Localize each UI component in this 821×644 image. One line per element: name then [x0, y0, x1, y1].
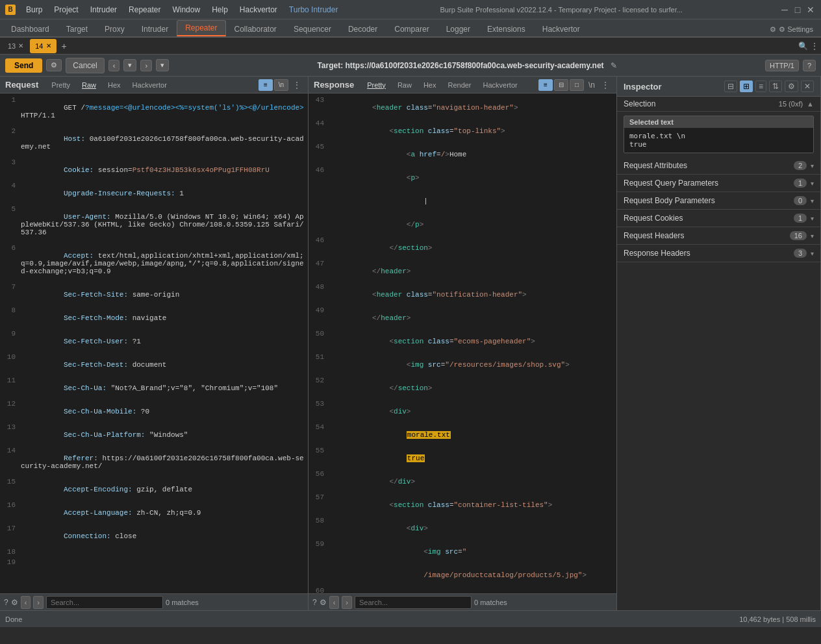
inspector-section-header-cookies[interactable]: Request Cookies 1 ▾	[617, 210, 820, 227]
inspector-sort-btn[interactable]: ⇅	[769, 80, 782, 92]
inspector-close-btn[interactable]: ✕	[801, 80, 814, 92]
request-tab-raw[interactable]: Raw	[77, 80, 101, 90]
response-search-input[interactable]	[355, 596, 472, 609]
nav-tab-sequencer[interactable]: Sequencer	[285, 21, 340, 36]
response-panel: Response Pretty Raw Hex Render Hackverto…	[309, 77, 617, 610]
response-code-area[interactable]: 43 <header class="navigation-header"> 44…	[309, 93, 616, 593]
response-search-next[interactable]: ›	[342, 596, 352, 609]
help-button[interactable]: ?	[803, 60, 816, 71]
settings-icon-button[interactable]: ⚙	[46, 59, 62, 71]
request-line-9: 9 Sec-Fetch-User: ?1	[0, 330, 308, 353]
inspector-view-btn-2[interactable]: ⊞	[740, 80, 753, 92]
nav-tab-repeater[interactable]: Repeater	[177, 20, 225, 36]
tab-14-close[interactable]: ✕	[46, 42, 51, 49]
tab-13-close[interactable]: ✕	[18, 42, 23, 49]
menu-help[interactable]: Help	[207, 4, 233, 16]
request-tab-pretty[interactable]: Pretty	[46, 80, 75, 90]
maximize-button[interactable]: □	[792, 5, 803, 15]
edit-target-icon[interactable]: ✎	[611, 61, 617, 70]
target-url: Target: https://0a6100f2031e2026c16758f8…	[173, 61, 761, 70]
inspector-section-header-response-headers[interactable]: Response Headers 3 ▾	[617, 245, 820, 262]
request-panel-header: Request Pretty Raw Hex Hackvertor ≡ \n ⋮	[0, 77, 308, 93]
request-search-help-icon[interactable]: ?	[4, 598, 8, 607]
menu-burp[interactable]: Burp	[21, 4, 47, 16]
request-tab-hackvertor[interactable]: Hackvertor	[127, 80, 172, 90]
response-view-split[interactable]: ⊟	[554, 79, 568, 91]
response-view-buttons: ≡ ⊟ □	[538, 79, 584, 91]
response-tab-hex[interactable]: Hex	[418, 80, 442, 90]
menu-turbointruder[interactable]: Turbo Intruder	[284, 4, 344, 16]
response-line-46b: 46 </section>	[309, 236, 616, 260]
request-more-button[interactable]: ⋮	[291, 80, 303, 90]
tab-13[interactable]: 13 ✕	[3, 39, 29, 53]
nav-tab-logger[interactable]: Logger	[438, 21, 479, 36]
minimize-button[interactable]: ─	[779, 5, 790, 15]
response-more-button[interactable]: ⋮	[600, 80, 611, 90]
add-tab-button[interactable]: +	[58, 40, 71, 53]
nav-tab-comparer[interactable]: Comparer	[386, 21, 437, 36]
selection-chevron-icon[interactable]: ▲	[807, 100, 814, 108]
nav-tab-intruder[interactable]: Intruder	[133, 21, 177, 36]
nav-tab-decoder[interactable]: Decoder	[340, 21, 386, 36]
menu-repeater[interactable]: Repeater	[123, 4, 166, 16]
request-line-11: 11 Sec-Ch-Ua: "Not?A_Brand";v="8", "Chro…	[0, 377, 308, 400]
send-button[interactable]: Send	[5, 58, 42, 73]
prev-dropdown[interactable]: ▾	[123, 59, 136, 71]
response-view-single[interactable]: □	[570, 79, 584, 91]
response-view-wrap[interactable]: ≡	[538, 79, 553, 91]
request-line-16: 16 Accept-Language: zh-CN, zh;q=0.9	[0, 501, 308, 525]
request-code-area[interactable]: 1 GET /?message=<@urlencode><%=system('l…	[0, 93, 308, 593]
request-search-input[interactable]	[46, 596, 163, 609]
http-version-button[interactable]: HTTP/1	[765, 60, 799, 71]
nav-tab-proxy[interactable]: Proxy	[96, 21, 133, 36]
response-search-settings-icon[interactable]: ⚙	[320, 598, 327, 607]
inspector-section-header-body-params[interactable]: Request Body Parameters 0 ▾	[617, 192, 820, 209]
response-tab-render[interactable]: Render	[442, 80, 476, 90]
nav-tab-extensions[interactable]: Extensions	[479, 21, 534, 36]
inspector-section-header-request-attributes[interactable]: Request Attributes 2 ▾	[617, 157, 820, 174]
nav-tab-hackvertor[interactable]: Hackvertor	[534, 21, 588, 36]
menu-project[interactable]: Project	[49, 4, 83, 16]
request-search-settings-icon[interactable]: ⚙	[11, 598, 18, 607]
response-panel-tabs: Pretty Raw Hex Render Hackvertor	[362, 80, 523, 90]
response-line-48: 48 <header class="notification-header">	[309, 283, 616, 306]
menu-window[interactable]: Window	[167, 4, 205, 16]
tab-14[interactable]: 14 ✕	[30, 39, 56, 53]
request-line-4: 4 Upgrade-Insecure-Requests: 1	[0, 182, 308, 205]
response-tab-pretty[interactable]: Pretty	[362, 80, 391, 90]
response-search-help-icon[interactable]: ?	[312, 598, 317, 607]
menu-hackvertor[interactable]: Hackvertor	[234, 4, 283, 16]
response-ln-button[interactable]: \n	[587, 80, 597, 90]
nav-tab-collaborator[interactable]: Collaborator	[226, 21, 285, 36]
response-line-46: 46 <p>	[309, 166, 616, 190]
inspector-section-header-request-headers[interactable]: Request Headers 16 ▾	[617, 227, 820, 244]
nav-tab-dashboard[interactable]: Dashboard	[3, 21, 58, 36]
next-button[interactable]: ›	[140, 60, 152, 71]
inspector-section-chevron-body-params: ▾	[811, 197, 814, 204]
view-wrap-button[interactable]: ≡	[259, 79, 273, 91]
menu-intruder[interactable]: Intruder	[85, 4, 122, 16]
request-tab-hex[interactable]: Hex	[103, 80, 126, 90]
request-search-next[interactable]: ›	[33, 596, 44, 609]
view-ln-button[interactable]: \n	[274, 79, 288, 91]
request-line-5: 5 User-Agent: Mozilla/5.0 (Windows NT 10…	[0, 205, 308, 244]
response-search-prev[interactable]: ‹	[329, 596, 340, 609]
inspector-view-btn-1[interactable]: ⊟	[724, 80, 737, 92]
request-line-10: 10 Sec-Fetch-Dest: document	[0, 353, 308, 377]
status-text: Done	[5, 615, 22, 623]
next-dropdown[interactable]: ▾	[156, 59, 169, 71]
inspector-settings-btn[interactable]: ⚙	[785, 80, 798, 92]
cancel-button[interactable]: Cancel	[66, 58, 104, 73]
response-tab-hackvertor[interactable]: Hackvertor	[478, 80, 523, 90]
nav-tab-target[interactable]: Target	[58, 21, 96, 36]
inspector-list-btn[interactable]: ≡	[755, 80, 766, 92]
prev-button[interactable]: ‹	[108, 60, 120, 71]
more-icon[interactable]: ⋮	[811, 42, 818, 51]
close-button[interactable]: ✕	[805, 5, 816, 15]
settings-button[interactable]: ⚙ ⚙ Settings	[764, 23, 818, 36]
inspector-section-header-query-params[interactable]: Request Query Parameters 1 ▾	[617, 175, 820, 192]
inspector-section-badge-query-params: 1	[794, 179, 807, 188]
search-icon[interactable]: 🔍	[798, 42, 808, 51]
response-tab-raw[interactable]: Raw	[392, 80, 417, 90]
request-search-prev[interactable]: ‹	[21, 596, 31, 609]
